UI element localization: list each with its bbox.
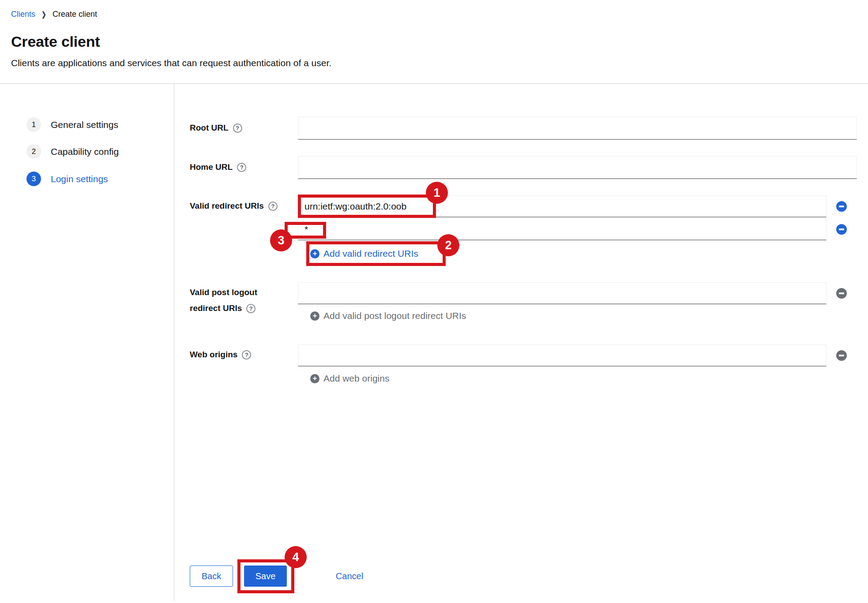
cancel-button[interactable]: Cancel: [330, 566, 369, 587]
post-logout-label-line1: Valid post logout: [190, 288, 257, 297]
step-number-badge: 2: [26, 144, 41, 159]
remove-redirect-uri-2-button[interactable]: [836, 224, 847, 235]
add-web-origins-label: Add web origins: [323, 373, 389, 384]
annotation-badge-3: 3: [270, 229, 292, 251]
plus-icon: +: [310, 311, 319, 321]
breadcrumb-clients-link[interactable]: Clients: [11, 10, 35, 19]
home-url-label-text: Home URL: [190, 162, 233, 172]
help-icon[interactable]: ?: [268, 202, 278, 211]
remove-redirect-uri-1-button[interactable]: [836, 201, 847, 212]
add-web-origins-link[interactable]: + Add web origins: [310, 373, 389, 384]
add-valid-redirect-uris-label: Add valid redirect URIs: [323, 248, 418, 259]
help-icon[interactable]: ?: [237, 163, 246, 172]
home-url-label: Home URL ?: [190, 162, 246, 172]
valid-redirect-uris-label-text: Valid redirect URIs: [190, 201, 264, 211]
help-icon[interactable]: ?: [242, 350, 251, 360]
root-url-label: Root URL ?: [190, 123, 242, 133]
web-origins-label-text: Web origins: [190, 350, 237, 360]
valid-redirect-uri-input-2[interactable]: [298, 218, 827, 240]
step-number-badge: 1: [26, 117, 41, 132]
minus-icon: [839, 228, 844, 230]
root-url-label-text: Root URL: [190, 123, 229, 133]
web-origins-input[interactable]: [298, 345, 827, 367]
plus-icon: +: [310, 374, 319, 383]
add-valid-redirect-uris-link[interactable]: + Add valid redirect URIs: [310, 248, 418, 259]
chevron-right-icon: ❯: [41, 10, 46, 19]
save-button[interactable]: Save: [244, 566, 287, 587]
help-icon[interactable]: ?: [246, 304, 256, 313]
add-post-logout-uris-label: Add valid post logout redirect URIs: [323, 311, 466, 321]
step-label: Login settings: [51, 174, 108, 184]
remove-web-origin-button[interactable]: [836, 350, 847, 361]
plus-icon: +: [310, 249, 319, 258]
step-label: Capability config: [51, 146, 119, 157]
header-divider: [0, 83, 868, 84]
back-button[interactable]: Back: [190, 566, 233, 587]
post-logout-label-text2: redirect URIs: [190, 303, 242, 313]
create-client-page: Clients ❯ Create client Create client Cl…: [0, 0, 868, 603]
remove-post-logout-uri-button[interactable]: [836, 288, 847, 299]
page-title: Create client: [11, 33, 100, 50]
post-logout-label-text1: Valid post logout: [190, 288, 257, 297]
add-post-logout-uris-link[interactable]: + Add valid post logout redirect URIs: [310, 311, 466, 321]
wizard-content-divider: [174, 84, 174, 601]
step-label: General settings: [51, 120, 118, 130]
post-logout-redirect-uri-input[interactable]: [298, 282, 827, 304]
post-logout-label-line2: redirect URIs ?: [190, 303, 256, 313]
wizard-step-login-settings[interactable]: 3 Login settings: [26, 172, 108, 186]
web-origins-label: Web origins ?: [190, 350, 251, 360]
annotation-badge-4: 4: [285, 546, 307, 568]
breadcrumb-current: Create client: [53, 10, 97, 19]
page-subtitle: Clients are applications and services th…: [11, 58, 331, 68]
wizard-step-capability-config[interactable]: 2 Capability config: [26, 144, 119, 159]
breadcrumb: Clients ❯ Create client: [11, 10, 97, 19]
valid-redirect-uris-label: Valid redirect URIs ?: [190, 201, 278, 211]
root-url-input[interactable]: [298, 117, 857, 140]
step-number-badge: 3: [26, 172, 41, 186]
minus-icon: [839, 355, 844, 356]
valid-redirect-uri-input-1[interactable]: [298, 195, 827, 217]
home-url-input[interactable]: [298, 156, 857, 179]
wizard-step-general-settings[interactable]: 1 General settings: [26, 117, 118, 132]
minus-icon: [839, 292, 844, 294]
minus-icon: [839, 206, 844, 207]
help-icon[interactable]: ?: [233, 124, 242, 133]
